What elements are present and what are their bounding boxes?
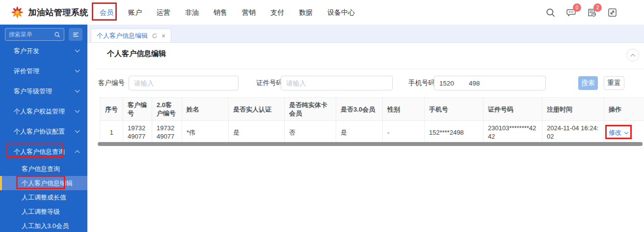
top-header: 加油站管理系统 会员 账户 运营 非油 销售 营销 支付 数据 设备中心 [0, 0, 644, 25]
sidebar-subitem-adjust-growth[interactable]: 人工调整成长值 [0, 190, 87, 204]
nav-item-nonoil[interactable]: 非油 [178, 0, 206, 25]
chevron-down-icon [75, 88, 80, 93]
message-icon[interactable]: 0 [566, 7, 576, 18]
nav-item-device-center[interactable]: 设备中心 [320, 0, 362, 25]
results-table: 序号 客户编号 2.0客户编号 姓名 是否实人认证 是否纯实体卡会员 是否3.0… [100, 97, 644, 144]
sidebar-subitem-join-member30[interactable]: 人工加入3.0会员 [0, 219, 87, 232]
search-icon[interactable] [545, 7, 556, 18]
col-gender: 性别 [383, 98, 425, 121]
col-pure-card: 是否纯实体卡会员 [285, 98, 336, 121]
customer-no-input[interactable] [129, 76, 239, 90]
cell-action: 修改 [604, 121, 644, 144]
sidebar-item-label: 客户开发 [14, 47, 39, 56]
cell-pure-card: 否 [285, 121, 336, 144]
id-no-input[interactable] [281, 76, 393, 90]
cell-id-no: 230103********4242 [483, 121, 542, 144]
sidebar-item-label: 个人客户信息查询 [14, 147, 65, 156]
horizontal-scrollbar[interactable] [98, 142, 643, 146]
filter-bar: 客户编号 证件号码 手机号码 搜索 重置 [87, 76, 644, 90]
tab-bar: 个人客户信息编辑 × [87, 25, 644, 43]
col-phone: 手机号 [425, 98, 483, 121]
tab-personal-info-edit[interactable]: 个人客户信息编辑 × [91, 29, 171, 42]
nav-item-data[interactable]: 数据 [292, 0, 320, 25]
table-row: 1 1973249077 1973249077 *伟 是 否 是 - 152**… [100, 121, 644, 144]
todo-list-icon[interactable]: 2 [587, 7, 597, 18]
sidebar-item-label: 个人客户权益管理 [14, 107, 65, 116]
sidebar-item-agreement-config[interactable]: 个人客户协议配置 [0, 121, 87, 142]
sidebar-search-row [0, 25, 87, 41]
phone-input[interactable] [434, 76, 546, 90]
sidebar-search-input[interactable] [5, 28, 64, 41]
sidebar-submenu: 客户信息查询 个人客户信息编辑 人工调整成长值 人工调整等级 人工加入3.0会员 [0, 162, 87, 232]
petrochina-logo-icon [11, 5, 24, 20]
col-id-no: 证件号码 [483, 98, 542, 121]
chevron-down-icon [75, 48, 80, 53]
header-icons: 0 2 [545, 7, 644, 18]
sidebar-item-rights-mgmt[interactable]: 个人客户权益管理 [0, 101, 87, 121]
sidebar-subitem-adjust-level[interactable]: 人工调整等级 [0, 204, 87, 219]
col-customer-no-v2: 2.0客户编号 [152, 98, 182, 121]
sidebar-item-customer-info-query-group[interactable]: 个人客户信息查询 [0, 142, 87, 162]
todo-badge: 2 [593, 3, 602, 12]
collapse-panel-button[interactable] [626, 49, 639, 61]
chevron-down-icon [75, 128, 80, 133]
divider [96, 69, 644, 69]
menu-fold-icon [72, 31, 80, 38]
cell-customer-no-v2: 1973249077 [152, 121, 182, 144]
app-root: 加油站管理系统 会员 账户 运营 非油 销售 营销 支付 数据 设备中心 [0, 0, 644, 232]
cell-gender: - [383, 121, 425, 144]
customer-no-label: 客户编号 [98, 76, 125, 90]
col-real-person: 是否实人认证 [229, 98, 285, 121]
app-title: 加油站管理系统 [28, 7, 89, 18]
page-title: 个人客户信息编辑 [107, 49, 166, 58]
cell-seq: 1 [100, 121, 123, 144]
cell-member30: 是 [336, 121, 383, 144]
sidebar-search-icon [54, 31, 60, 38]
sidebar-item-label: 评价管理 [14, 67, 39, 76]
message-badge: 0 [573, 3, 581, 12]
col-name: 姓名 [182, 98, 229, 121]
sidebar-search-field[interactable] [9, 31, 54, 38]
brand: 加油站管理系统 [0, 5, 88, 20]
close-icon[interactable]: × [161, 32, 165, 39]
nav-item-account[interactable]: 账户 [121, 0, 149, 25]
tab-label: 个人客户信息编辑 [97, 31, 148, 40]
cell-customer-no: 1973249077 [123, 121, 152, 144]
nav-item-operation[interactable]: 运营 [149, 0, 178, 25]
chevron-down-icon [75, 108, 80, 113]
main-content: 个人客户信息编辑 客户编号 证件号码 手机号码 搜索 重置 [87, 43, 644, 232]
col-register-time: 注册时间 [542, 98, 604, 121]
col-member30: 是否3.0会员 [336, 98, 383, 121]
search-button[interactable]: 搜索 [578, 76, 598, 90]
sidebar-item-evaluation[interactable]: 评价管理 [0, 61, 87, 81]
sidebar-item-customer-dev[interactable]: 客户开发 [0, 41, 87, 61]
col-seq: 序号 [100, 98, 123, 121]
reset-button[interactable]: 重置 [604, 76, 624, 90]
col-customer-no: 客户编号 [123, 98, 152, 121]
sidebar-collapse-button[interactable] [69, 28, 82, 41]
nav-item-payment[interactable]: 支付 [263, 0, 292, 25]
cell-real-person: 是 [229, 121, 285, 144]
sidebar-item-label: 客户等级管理 [14, 87, 52, 96]
nav-item-marketing[interactable]: 营销 [235, 0, 263, 25]
sidebar-subitem-customer-info-query[interactable]: 客户信息查询 [0, 162, 87, 176]
table-header-row: 序号 客户编号 2.0客户编号 姓名 是否实人认证 是否纯实体卡会员 是否3.0… [100, 98, 644, 121]
fullscreen-icon[interactable] [607, 7, 617, 18]
sidebar-item-customer-level[interactable]: 客户等级管理 [0, 81, 87, 101]
chevron-up-icon [75, 150, 80, 155]
scrollbar-thumb[interactable] [98, 142, 643, 146]
sidebar-menu: 客户开发 评价管理 客户等级管理 个人客户权益管理 个人客户协议配置 个人客户信… [0, 41, 87, 232]
sidebar-subitem-personal-info-edit[interactable]: 个人客户信息编辑 [0, 176, 87, 190]
id-no-label: 证件号码 [256, 76, 283, 90]
cell-name: *伟 [182, 121, 229, 144]
nav-item-member[interactable]: 会员 [92, 0, 121, 25]
sidebar: 客户开发 评价管理 客户等级管理 个人客户权益管理 个人客户协议配置 个人客户信… [0, 25, 87, 232]
chevron-up-icon [630, 54, 635, 58]
top-nav: 会员 账户 运营 非油 销售 营销 支付 数据 设备中心 [92, 0, 362, 25]
modify-link[interactable]: 修改 [609, 129, 621, 136]
nav-item-sales[interactable]: 销售 [206, 0, 235, 25]
chevron-down-icon [624, 130, 628, 134]
cell-register-time: 2024-11-04 16:24:02 [542, 121, 604, 144]
refresh-icon[interactable] [152, 33, 158, 39]
sidebar-item-label: 个人客户协议配置 [14, 127, 65, 136]
